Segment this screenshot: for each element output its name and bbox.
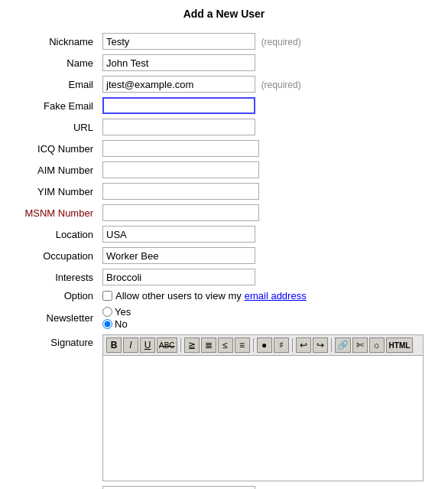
email-row: Email (required) [15,73,433,95]
align-right-button[interactable]: ≤ [218,337,233,353]
icq-label: ICQ Number [15,138,99,159]
aim-input[interactable] [102,161,259,178]
yim-label: YIM Number [15,181,99,202]
password-row: Password (required) [15,484,433,489]
occupation-label: Occupation [15,245,99,266]
location-label: Location [15,223,99,245]
msnm-row: MSNM Number [15,202,433,223]
name-row: Name [15,52,433,73]
signature-textarea[interactable] [103,356,423,478]
image-button[interactable]: ✄ [352,337,368,353]
msnm-label: MSNM Number [15,202,99,223]
add-user-form: Nickname (required) Name Email (required… [15,31,433,489]
redo-button[interactable]: ↪ [313,337,328,353]
newsletter-yes-radio[interactable] [102,307,112,317]
interests-input[interactable] [102,269,255,285]
option-checkbox-container: Allow other users to view my email addre… [102,290,430,302]
fake-email-label: Fake Email [15,95,99,116]
html-button[interactable]: HTML [386,337,414,353]
signature-toolbar: B I U ABC ≧ ≣ ≤ ≡ ● ♯ [103,335,423,356]
toolbar-separator-3 [292,338,293,352]
interests-row: Interests [15,266,433,288]
newsletter-no-radio[interactable] [102,319,112,329]
email-label: Email [15,73,99,95]
name-input[interactable] [102,54,255,71]
icq-input[interactable] [102,140,259,157]
align-left-button[interactable]: ≧ [184,337,200,353]
fake-email-input[interactable] [102,97,255,114]
occupation-input[interactable] [102,247,255,264]
password-input[interactable] [102,486,255,489]
option-row: Option Allow other users to view my emai… [15,288,433,304]
newsletter-yes-label[interactable]: Yes [102,306,430,318]
aim-row: AIM Number [15,159,433,181]
occupation-row: Occupation [15,245,433,266]
align-center-button[interactable]: ≣ [201,337,216,353]
location-input[interactable] [102,226,255,243]
underline-button[interactable]: U [140,337,155,353]
unordered-list-button[interactable]: ● [257,337,272,353]
newsletter-radio-group: Yes No [102,306,430,330]
aim-label: AIM Number [15,159,99,181]
toolbar-separator-2 [253,338,254,352]
option-label: Option [15,288,99,304]
fake-email-row: Fake Email [15,95,433,116]
newsletter-row: Newsletter Yes No [15,304,433,332]
signature-label: Signature [15,332,99,484]
strikethrough-button[interactable]: ABC [157,337,177,353]
undo-button[interactable]: ↩ [296,337,311,353]
location-row: Location [15,223,433,245]
ordered-list-button[interactable]: ♯ [274,337,289,353]
nickname-label: Nickname [15,31,99,52]
newsletter-label: Newsletter [15,304,99,332]
nickname-required: (required) [261,37,301,47]
yim-input[interactable] [102,183,259,200]
url-input[interactable] [102,119,255,135]
msnm-input[interactable] [102,204,259,221]
link-button[interactable]: 🔗 [335,337,351,353]
bold-button[interactable]: B [106,337,122,353]
special-char-button[interactable]: ☼ [369,337,385,353]
nickname-input[interactable] [102,33,255,50]
align-justify-button[interactable]: ≡ [235,337,250,353]
url-row: URL [15,116,433,138]
url-label: URL [15,116,99,138]
password-label: Password [15,484,99,489]
signature-row: Signature B I U ABC ≧ ≣ ≤ ≡ [15,332,433,484]
name-label: Name [15,52,99,73]
email-address-link[interactable]: email address [245,290,307,302]
signature-editor-container: B I U ABC ≧ ≣ ≤ ≡ ● ♯ [102,334,424,481]
nickname-row: Nickname (required) [15,31,433,52]
italic-button[interactable]: I [123,337,138,353]
toolbar-separator-4 [331,338,332,352]
page-title: Add a New User [15,8,433,20]
email-input[interactable] [102,76,255,93]
yim-row: YIM Number [15,181,433,202]
interests-label: Interests [15,266,99,288]
allow-email-text-before: Allow other users to view my [115,290,242,302]
icq-row: ICQ Number [15,138,433,159]
newsletter-no-label[interactable]: No [102,318,430,330]
allow-email-checkbox[interactable] [102,291,112,301]
email-required: (required) [261,80,301,90]
toolbar-separator-1 [180,338,181,352]
